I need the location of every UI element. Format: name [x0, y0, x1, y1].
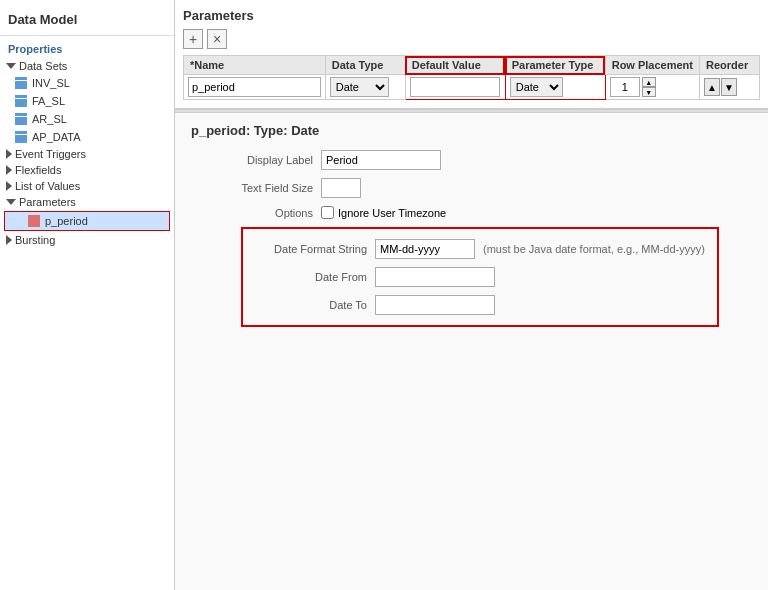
cell-parameter-type: Date String	[505, 75, 605, 100]
parameter-type-select[interactable]: Date String	[510, 77, 563, 97]
spinner-down-button[interactable]: ▼	[642, 87, 656, 97]
date-format-box: Date Format String (must be Java date fo…	[241, 227, 719, 327]
sidebar: Data Model Properties Data Sets INV_SL F…	[0, 0, 175, 590]
col-header-reorder: Reorder	[700, 56, 760, 75]
row-placement-input[interactable]	[610, 77, 640, 97]
date-format-string-label: Date Format String	[255, 243, 375, 255]
col-header-parameter-type: Parameter Type	[505, 56, 605, 75]
reorder-buttons: ▲ ▼	[704, 78, 755, 96]
date-format-string-input[interactable]	[375, 239, 475, 259]
label-p-period: p_period	[45, 215, 88, 227]
table-icon-ap-data	[14, 130, 28, 144]
expand-icon-data-sets	[6, 63, 16, 69]
expand-icon-event-triggers	[6, 149, 12, 159]
reorder-up-button[interactable]: ▲	[704, 78, 720, 96]
cell-data-type: Date String Integer	[325, 75, 405, 100]
spinner-up-button[interactable]: ▲	[642, 77, 656, 87]
properties-label: Properties	[0, 40, 174, 58]
table-icon-inv-sl	[14, 76, 28, 90]
add-parameter-button[interactable]: +	[183, 29, 203, 49]
date-to-input[interactable]	[375, 295, 495, 315]
detail-panel: p_period: Type: Date Display Label Text …	[175, 113, 768, 590]
display-label-label: Display Label	[191, 154, 321, 166]
sidebar-label-list-of-values: List of Values	[15, 180, 80, 192]
cell-row-placement: ▲ ▼	[605, 75, 699, 100]
parameters-panel: Parameters + × *Name Data Type Default V…	[175, 0, 768, 109]
ignore-timezone-checkbox[interactable]	[321, 206, 334, 219]
date-format-hint: (must be Java date format, e.g., MM-dd-y…	[483, 243, 705, 255]
cell-name	[184, 75, 326, 100]
sidebar-item-event-triggers[interactable]: Event Triggers	[0, 146, 174, 162]
sidebar-title: Data Model	[0, 8, 174, 36]
spinner-controls: ▲ ▼	[642, 77, 656, 97]
label-inv-sl: INV_SL	[32, 77, 70, 89]
options-label: Options	[191, 207, 321, 219]
display-label-row: Display Label	[191, 150, 752, 170]
expand-icon-flexfields	[6, 165, 12, 175]
col-header-data-type: Data Type	[325, 56, 405, 75]
date-from-label: Date From	[255, 271, 375, 283]
ignore-timezone-text: Ignore User Timezone	[338, 207, 446, 219]
date-from-row: Date From	[255, 267, 705, 287]
col-header-row-placement: Row Placement	[605, 56, 699, 75]
sidebar-item-p-period[interactable]: p_period	[4, 211, 170, 231]
cell-reorder: ▲ ▼	[700, 75, 760, 100]
sidebar-item-ap-data[interactable]: AP_DATA	[0, 128, 174, 146]
date-to-label: Date To	[255, 299, 375, 311]
text-field-size-input[interactable]	[321, 178, 361, 198]
name-input[interactable]	[188, 77, 321, 97]
sidebar-item-flexfields[interactable]: Flexfields	[0, 162, 174, 178]
sidebar-item-ar-sl[interactable]: AR_SL	[0, 110, 174, 128]
sidebar-label-parameters: Parameters	[19, 196, 76, 208]
options-row: Options Ignore User Timezone	[191, 206, 752, 219]
text-field-size-row: Text Field Size	[191, 178, 752, 198]
sidebar-label-event-triggers: Event Triggers	[15, 148, 86, 160]
table-icon-fa-sl	[14, 94, 28, 108]
data-type-select[interactable]: Date String Integer	[330, 77, 389, 97]
date-from-input[interactable]	[375, 267, 495, 287]
text-field-size-label: Text Field Size	[191, 182, 321, 194]
date-to-row: Date To	[255, 295, 705, 315]
sidebar-item-fa-sl[interactable]: FA_SL	[0, 92, 174, 110]
sidebar-item-list-of-values[interactable]: List of Values	[0, 178, 174, 194]
col-header-name: *Name	[184, 56, 326, 75]
param-icon-p-period	[27, 214, 41, 228]
default-value-input[interactable]: {$FIRST_DAY_OF	[410, 77, 500, 97]
label-ar-sl: AR_SL	[32, 113, 67, 125]
detail-panel-title: p_period: Type: Date	[191, 123, 752, 138]
main-content: Parameters + × *Name Data Type Default V…	[175, 0, 768, 590]
ignore-timezone-label: Ignore User Timezone	[321, 206, 446, 219]
parameters-toolbar: + ×	[183, 29, 760, 49]
date-format-string-row: Date Format String (must be Java date fo…	[255, 239, 705, 259]
table-icon-ar-sl	[14, 112, 28, 126]
expand-icon-bursting	[6, 235, 12, 245]
label-fa-sl: FA_SL	[32, 95, 65, 107]
parameters-table: *Name Data Type Default Value Parameter …	[183, 55, 760, 100]
parameters-panel-title: Parameters	[183, 8, 760, 23]
sidebar-label-bursting: Bursting	[15, 234, 55, 246]
col-header-default-value: Default Value	[405, 56, 505, 75]
sidebar-label-data-sets: Data Sets	[19, 60, 67, 72]
sidebar-label-flexfields: Flexfields	[15, 164, 61, 176]
cell-default-value: {$FIRST_DAY_OF	[405, 75, 505, 100]
sidebar-item-parameters[interactable]: Parameters	[0, 194, 174, 210]
sidebar-item-inv-sl[interactable]: INV_SL	[0, 74, 174, 92]
label-ap-data: AP_DATA	[32, 131, 81, 143]
table-row: Date String Integer {$FIRST_DAY_OF Date	[184, 75, 760, 100]
display-label-input[interactable]	[321, 150, 441, 170]
sidebar-item-data-sets[interactable]: Data Sets	[0, 58, 174, 74]
sidebar-item-bursting[interactable]: Bursting	[0, 232, 174, 248]
expand-icon-list-of-values	[6, 181, 12, 191]
expand-icon-parameters	[6, 199, 16, 205]
reorder-down-button[interactable]: ▼	[721, 78, 737, 96]
delete-parameter-button[interactable]: ×	[207, 29, 227, 49]
